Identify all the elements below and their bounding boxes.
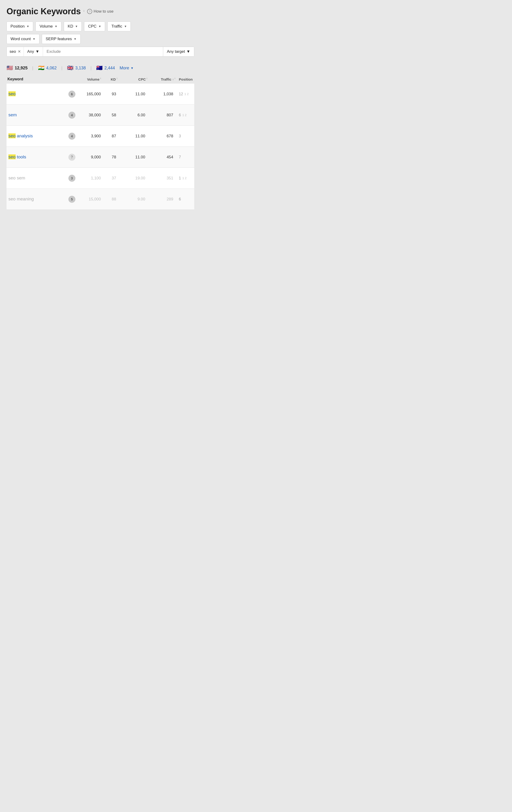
table-header: Keyword Volume ⁱ KD ⁱ CPC ⁱ Traffic ↓ ⁱ …	[6, 74, 194, 84]
cpc-filter-btn[interactable]: CPC ▼	[84, 22, 105, 31]
kd-cell: 93	[104, 89, 123, 100]
kd-info-icon[interactable]: ⁱ	[117, 78, 117, 81]
word-count-cell: 6	[63, 87, 81, 101]
cpc-info-icon[interactable]: ⁱ	[147, 78, 147, 81]
search-term-value: seo	[9, 49, 16, 54]
volume-column-header[interactable]: Volume ⁱ	[81, 77, 104, 81]
word-count-badge: 4	[68, 133, 76, 140]
volume-cell: 3,900	[81, 130, 104, 142]
chevron-down-icon: ▼	[74, 37, 77, 41]
any-dropdown[interactable]: Any ▼	[24, 47, 43, 56]
us-count: 12,925	[15, 66, 28, 70]
traffic-cell: 807	[149, 110, 177, 121]
position-main: 7	[179, 155, 181, 159]
keyword-cell: seo	[6, 86, 63, 102]
keyword-cell: seo meaning	[6, 191, 63, 207]
traffic-cell: 678	[149, 130, 177, 142]
keyword-column-header: Keyword	[6, 77, 63, 81]
exclude-input[interactable]	[43, 47, 163, 56]
position-cell: 3	[177, 131, 200, 142]
kd-filter-btn[interactable]: KD ▼	[64, 22, 82, 31]
table-row: seo analysis43,9008711.006783	[6, 126, 194, 147]
in-flag-icon: 🇮🇳	[38, 65, 44, 71]
more-button[interactable]: More ▼	[120, 66, 133, 70]
keyword-link[interactable]: sem	[8, 112, 17, 118]
chevron-down-icon: ▼	[55, 25, 57, 28]
kd-cell: 37	[104, 173, 123, 184]
keyword-link[interactable]: seo tools	[8, 154, 26, 160]
cpc-cell: 11.00	[123, 89, 149, 100]
kd-cell: 88	[104, 194, 123, 205]
traffic-cell: 289	[149, 194, 177, 205]
position-main: 6	[179, 113, 181, 117]
keyword-cell: seo tools	[6, 149, 63, 165]
keyword-link[interactable]: seo	[8, 91, 16, 97]
clear-search-button[interactable]: ✕	[18, 50, 21, 54]
word-count-badge: ?	[68, 154, 76, 161]
separator-1: |	[32, 66, 33, 70]
volume-cell: 1,100	[81, 173, 104, 184]
chevron-down-icon: ▼	[186, 49, 190, 54]
cpc-cell: 9.00	[123, 194, 149, 205]
title-info-icon[interactable]: ⁱ	[84, 9, 84, 14]
kd-cell: 58	[104, 110, 123, 121]
table-row: seo6165,0009311.001,038121 2	[6, 84, 194, 105]
chevron-down-icon: ▼	[33, 37, 35, 41]
cpc-cell: 11.00	[123, 152, 149, 163]
word-count-cell: ?	[63, 150, 81, 164]
wordcount-column-header	[63, 77, 81, 81]
keyword-link[interactable]: seo sem	[8, 175, 25, 181]
keyword-cell: seo analysis	[6, 128, 63, 144]
position-column-header: Position	[177, 77, 200, 81]
au-flag-item[interactable]: 🇦🇺 2,444	[96, 65, 115, 71]
position-filter-btn[interactable]: Position ▼	[6, 22, 33, 31]
volume-filter-btn[interactable]: Volume ▼	[35, 22, 61, 31]
chevron-down-icon: ▼	[124, 25, 127, 28]
us-flag-item[interactable]: 🇺🇸 12,925	[6, 65, 28, 71]
page-title: Organic Keywords	[6, 6, 81, 16]
kd-column-header[interactable]: KD ⁱ	[104, 77, 123, 81]
traffic-column-header[interactable]: Traffic ↓ ⁱ	[149, 77, 177, 81]
cpc-column-header[interactable]: CPC ⁱ	[123, 77, 149, 81]
position-main: 1	[179, 176, 181, 180]
gb-flag-item[interactable]: 🇬🇧 3,138	[67, 65, 86, 71]
gb-flag-icon: 🇬🇧	[67, 65, 73, 71]
keyword-link[interactable]: seo analysis	[8, 133, 33, 139]
gb-count[interactable]: 3,138	[75, 66, 86, 70]
kd-cell: 78	[104, 152, 123, 163]
traffic-filter-btn[interactable]: Traffic ▼	[108, 22, 131, 31]
position-main: 3	[179, 134, 181, 138]
flags-row: 🇺🇸 12,925 | 🇮🇳 4,062 | 🇬🇧 3,138 | 🇦🇺 2,4…	[6, 61, 194, 74]
table-row: seo meaning515,000889.002896	[6, 189, 194, 210]
chevron-down-icon: ▼	[26, 25, 29, 28]
keyword-link[interactable]: seo meaning	[8, 196, 34, 202]
cpc-cell: 11.00	[123, 130, 149, 142]
position-main: 12	[179, 92, 183, 96]
au-flag-icon: 🇦🇺	[96, 65, 102, 71]
chevron-down-icon: ▼	[130, 66, 133, 70]
word-count-badge: 4	[68, 112, 76, 119]
word-count-cell: 5	[63, 193, 81, 206]
in-count[interactable]: 4,062	[46, 66, 57, 70]
position-cell: 11 2	[177, 173, 200, 184]
how-to-use-link[interactable]: ? How to use	[87, 9, 114, 14]
volume-info-icon[interactable]: ⁱ	[100, 78, 101, 81]
sort-arrow-icon: ↓	[172, 78, 174, 81]
table-row: seo tools?9,0007811.004547	[6, 147, 194, 168]
serp-features-filter-btn[interactable]: SERP features ▼	[42, 34, 81, 44]
any-target-dropdown[interactable]: Any target ▼	[163, 47, 194, 56]
position-cell: 121 2	[177, 89, 200, 99]
au-count[interactable]: 2,444	[104, 66, 115, 70]
word-count-filter-btn[interactable]: Word count ▼	[6, 34, 39, 44]
table-body: seo6165,0009311.001,038121 2sem438,00058…	[6, 84, 194, 210]
traffic-cell: 351	[149, 173, 177, 184]
position-extra: 1 2	[182, 113, 186, 117]
traffic-info-icon[interactable]: ⁱ	[175, 78, 175, 81]
in-flag-item[interactable]: 🇮🇳 4,062	[38, 65, 57, 71]
cpc-cell: 6.00	[123, 110, 149, 121]
volume-cell: 38,000	[81, 110, 104, 121]
position-main: 6	[179, 197, 181, 201]
word-count-badge: 3	[68, 175, 76, 182]
keyword-cell: sem	[6, 107, 63, 123]
search-bar: seo ✕ Any ▼ Any target ▼	[6, 47, 194, 57]
